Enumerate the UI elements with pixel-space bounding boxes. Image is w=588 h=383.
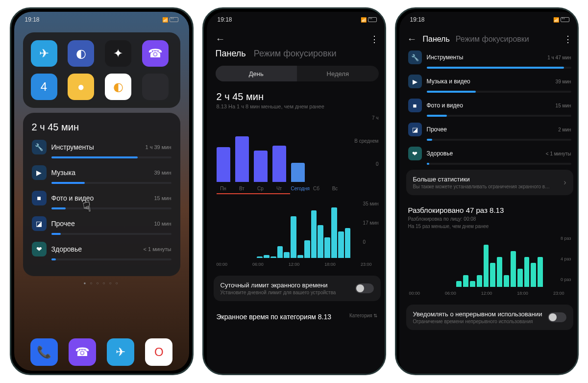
notify-row[interactable]: Уведомлять о непрерывном использовании О… (406, 305, 573, 330)
app-ymusic-icon[interactable]: ◐ (105, 74, 131, 100)
category-icon: 🔧 (32, 140, 47, 154)
category-icon: ■ (32, 191, 47, 205)
status-bar: 19:18 📶 (14, 12, 189, 27)
category-icon: ❤ (32, 242, 47, 256)
unlock-chart[interactable]: 8 раз4 раз0 раз (399, 230, 579, 289)
section-categories: Экранное время по категориям 8.13 Катего… (207, 304, 386, 322)
category-icon: 🔧 (408, 51, 422, 64)
dock-phone-icon[interactable]: 📞 (30, 338, 58, 366)
app-telegram-icon[interactable]: ✈ (31, 40, 57, 67)
weekly-x-labels: ПнВтСрЧтСегодняСбВс (207, 184, 386, 192)
dock-viber-icon[interactable]: ☎ (69, 338, 96, 366)
category-row[interactable]: ■ Фото и видео 15 мин (399, 98, 579, 113)
usage-row[interactable]: ▶ Музыка 39 мин (32, 165, 172, 180)
unlock-title: Разблокировано 47 раз 8.13 (399, 198, 579, 215)
notify-toggle[interactable] (548, 312, 566, 322)
app-sparkle-icon[interactable]: ✦ (105, 40, 131, 67)
category-row[interactable]: ◪ Прочее 2 мин (399, 122, 579, 137)
app-subfolder[interactable] (142, 74, 169, 100)
hourly-chart[interactable]: 35 мин17 мин0 (207, 201, 386, 260)
back-button[interactable]: ← (216, 33, 225, 45)
dock: 📞 ☎ ✈ O (14, 338, 189, 366)
more-button[interactable]: ⋮ (564, 34, 572, 45)
daily-limit-row[interactable]: Суточный лимит экранного времени Установ… (214, 276, 381, 301)
usage-total: 2 ч 45 мин (32, 122, 172, 133)
app-a4-icon[interactable]: 4 (31, 74, 57, 100)
category-row[interactable]: 🔧 Инструменты 1 ч 47 мин (399, 50, 579, 65)
red-underline (217, 193, 290, 194)
category-row[interactable]: ❤ Здоровье < 1 минуты (399, 146, 579, 161)
category-row[interactable]: ▶ Музыка и видео 39 мин (399, 74, 579, 89)
phone-home: 19:18 📶 ✈ ◐ ✦ ☎ 4 ● ◐ 2 ч 45 мин 🔧 (10, 7, 194, 375)
seg-day[interactable]: День (216, 66, 297, 81)
hourly-x-labels: 00:0006:0012:0018:0023:00 (207, 260, 386, 273)
chevron-right-icon: › (564, 178, 566, 187)
category-icon: ■ (408, 99, 422, 112)
more-stats-row[interactable]: Больше статистики Вы также можете устана… (406, 170, 573, 195)
daily-limit-toggle[interactable] (355, 283, 374, 293)
usage-row[interactable]: ❤ Здоровье < 1 минуты (32, 242, 172, 256)
app-browser-icon[interactable]: ◐ (68, 40, 94, 67)
usage-row[interactable]: ◪ Прочее 10 мин (32, 216, 172, 231)
app-viber-icon[interactable]: ☎ (142, 40, 169, 67)
back-button[interactable]: ← (407, 33, 417, 45)
page-dots: ● ○ ○ ○ ○ ○ (14, 281, 189, 285)
status-time: 19:18 (25, 16, 40, 23)
status-bar: 19:18 📶 (207, 12, 386, 27)
tab-focus[interactable]: Режим фокусировки (456, 35, 529, 44)
category-icon: ❤ (408, 147, 422, 160)
phone-panel: 19:18 📶 ← ⋮ Панель Режим фокусировки Ден… (202, 7, 386, 375)
unlock-x-labels: 00:0006:0012:0018:0023:00 (399, 289, 579, 302)
dock-telegram-icon[interactable]: ✈ (107, 338, 134, 366)
usage-widget[interactable]: 2 ч 45 мин 🔧 Инструменты 1 ч 39 мин ▶ Му… (23, 113, 180, 276)
app-folder[interactable]: ✈ ◐ ✦ ☎ 4 ● ◐ (23, 32, 180, 108)
more-button[interactable]: ⋮ (370, 34, 379, 45)
app-weather-icon[interactable]: ● (68, 74, 94, 100)
phone-categories: 19:18 📶 ← Панель Режим фокусировки ⋮ 🔧 И… (395, 7, 579, 375)
category-icon: ▶ (32, 165, 47, 180)
usage-row[interactable]: ■ Фото и видео 15 мин (32, 191, 172, 205)
seg-week[interactable]: Неделя (297, 66, 379, 81)
tab-panel[interactable]: Панель (423, 35, 450, 44)
status-bar: 19:18 📶 (399, 12, 579, 27)
usage-row[interactable]: 🔧 Инструменты 1 ч 39 мин (32, 140, 172, 154)
sub-time: 8.13 На 1 ч 8 мин меньше, чем днем ранее (207, 103, 386, 115)
category-icon: ◪ (32, 216, 47, 231)
dock-opera-icon[interactable]: O (145, 338, 172, 366)
tab-panel[interactable]: Панель (216, 49, 246, 59)
tab-focus[interactable]: Режим фокусировки (254, 49, 337, 59)
category-icon: ▶ (408, 75, 422, 88)
weekly-chart[interactable]: 7 чВ среднем0 (207, 115, 386, 184)
segmented-control: День Неделя (216, 66, 379, 81)
total-time: 2 ч 45 мин (207, 88, 386, 103)
category-icon: ◪ (408, 123, 422, 136)
